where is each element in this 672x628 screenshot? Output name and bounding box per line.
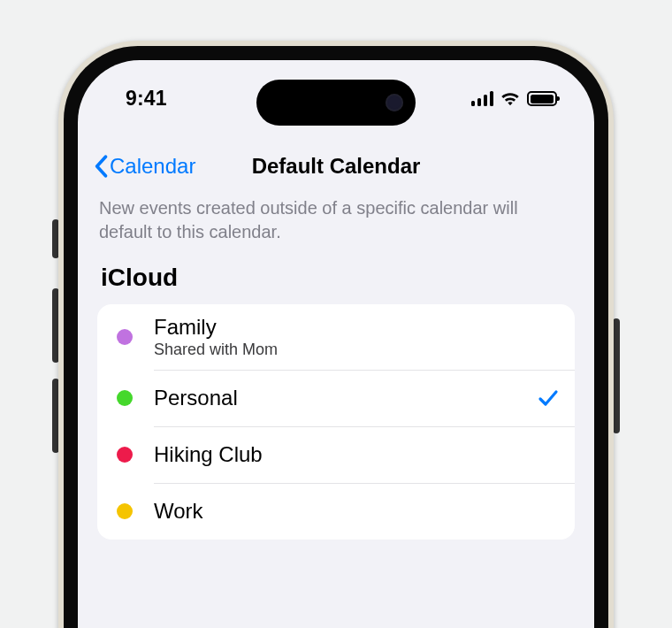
color-dot	[117, 447, 133, 463]
calendar-name: Work	[154, 499, 559, 525]
phone-power-button	[613, 318, 620, 433]
front-camera	[386, 94, 403, 111]
wifi-icon	[500, 91, 520, 107]
canvas: 9:41 Calendar	[0, 0, 672, 628]
row-text: Personal	[154, 386, 538, 411]
back-label: Calendar	[110, 154, 195, 179]
status-time: 9:41	[126, 87, 167, 111]
color-dot	[117, 329, 133, 345]
row-text: Hiking Club	[154, 442, 559, 468]
calendar-row-work[interactable]: Work	[97, 483, 575, 540]
row-text: Work	[154, 499, 559, 525]
row-text: Family Shared with Mom	[154, 315, 559, 359]
checkmark-icon	[538, 387, 559, 409]
calendar-list: Family Shared with Mom Personal Hiking C…	[97, 304, 575, 540]
calendar-name: Hiking Club	[154, 442, 559, 468]
color-dot	[117, 503, 133, 519]
calendar-row-personal[interactable]: Personal	[97, 370, 575, 426]
chevron-left-icon	[94, 155, 108, 178]
color-dot	[117, 390, 133, 406]
calendar-row-hiking-club[interactable]: Hiking Club	[97, 426, 575, 483]
status-right	[471, 91, 558, 107]
description-text: New events created outside of a specific…	[99, 196, 573, 244]
calendar-subtitle: Shared with Mom	[154, 341, 559, 360]
calendar-row-family[interactable]: Family Shared with Mom	[97, 304, 575, 370]
section-header: iCloud	[101, 264, 178, 292]
calendar-name: Personal	[154, 386, 538, 411]
back-button[interactable]: Calendar	[78, 154, 195, 179]
nav-bar: Calendar Default Calendar	[78, 142, 594, 191]
cellular-signal-icon	[471, 91, 494, 106]
screen: 9:41 Calendar	[78, 60, 594, 628]
battery-icon	[527, 91, 557, 106]
dynamic-island	[256, 80, 416, 126]
calendar-name: Family	[154, 315, 559, 341]
